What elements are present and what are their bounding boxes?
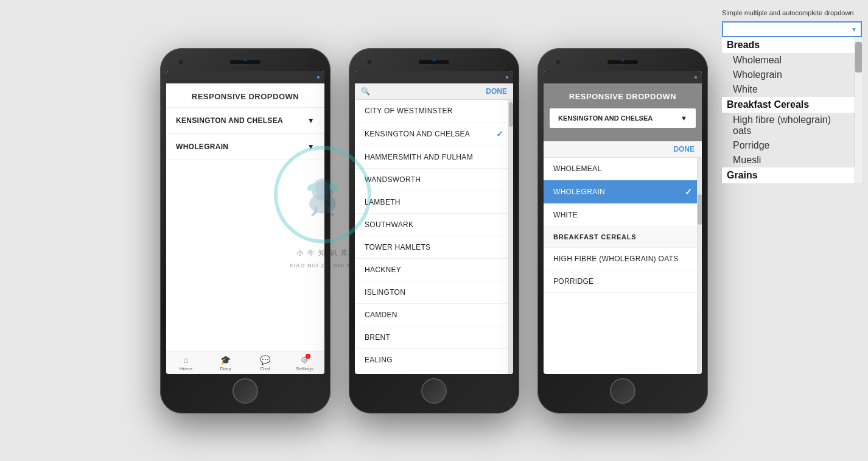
nav-home-label: Home [180, 366, 192, 371]
front-camera-1 [178, 60, 183, 65]
phone-top-bar-1 [166, 55, 324, 69]
screen3-dropdown1-arrow-icon: ▼ [681, 114, 687, 122]
dropdown1-arrow-icon: ▼ [307, 116, 315, 125]
select-option-muesli[interactable]: Muesli [722, 153, 855, 167]
list-item-label: TOWER HAMLETS [365, 243, 430, 252]
select-option-wholegrain[interactable]: Wholegrain [722, 68, 855, 82]
home-icon: ⌂ [183, 355, 188, 365]
list-item-hackney[interactable]: HACKNEY [355, 259, 513, 281]
select-listbox-content: Breads Wholemeal Wholegrain White Breakf… [722, 37, 855, 183]
list-item-camden[interactable]: CAMDEN [355, 304, 513, 326]
phone-bottom-3 [544, 374, 702, 407]
select-scroll-thumb[interactable] [855, 42, 862, 72]
list-item-porridge[interactable]: PORRIDGE [544, 270, 702, 293]
list-item-label: CAMDEN [365, 311, 397, 319]
search-icon: 🔍 [361, 87, 370, 96]
group-header-label: BREAKFAST CEREALS [553, 233, 636, 241]
list-item-label: HAMMERSMITH AND FULHAM [365, 153, 473, 161]
done-button-2[interactable]: DONE [486, 87, 507, 96]
phone-bottom-1 [166, 374, 324, 407]
diary-icon: 🎓 [220, 355, 231, 365]
checkmark-icon-wholegrain: ✓ [685, 187, 692, 197]
home-button-3[interactable] [610, 378, 635, 404]
home-button-2[interactable] [421, 378, 447, 404]
select-option-high-fibre[interactable]: High fibre (wholegrain) oats [722, 113, 855, 138]
list-item-label: ISLINGTON [365, 288, 405, 297]
list-item-wholemeal[interactable]: WHOLEMEAL [544, 158, 702, 180]
select-group-breads: Breads [722, 37, 855, 53]
list-item-label: HACKNEY [365, 266, 401, 274]
nav-settings-label: Settings [296, 366, 313, 371]
scrollbar-track-3[interactable] [697, 158, 702, 374]
phone-screen-3: RESPONSIVE DROPDOWN KENSINGTON AND CHELS… [544, 71, 702, 374]
chat-icon: 💬 [260, 355, 270, 365]
screen3-dropdown1-label: KENSINGTON AND CHELSEA [558, 114, 653, 122]
search-bar: 🔍 DONE [355, 83, 513, 100]
list-item-label: SOUTHWARK [365, 220, 413, 229]
bottom-nav-1: ⌂ Home 🎓 Diary 💬 Chat ⚙ 1 Settings [166, 351, 324, 374]
select-option-porridge[interactable]: Porridge [722, 138, 855, 153]
checkmark-icon: ✓ [496, 129, 503, 139]
screen3-title: RESPONSIVE DROPDOWN [550, 92, 696, 108]
home-button-1[interactable] [233, 378, 258, 404]
list-item-label: PORRIDGE [553, 277, 593, 286]
list-item-islington[interactable]: ISLINGTON [355, 281, 513, 304]
search-input[interactable] [374, 87, 482, 96]
list-item-label: WANDSWORTH [365, 175, 421, 184]
screen1-body [166, 160, 324, 351]
phone3-done-bar: DONE [544, 141, 702, 158]
phone-3: RESPONSIVE DROPDOWN KENSINGTON AND CHELS… [537, 48, 708, 413]
list-item-high-fibre[interactable]: HIGH FIBRE (WHOLEGRAIN) OATS [544, 248, 702, 270]
list-item-label: LAMBETH [365, 198, 401, 206]
nav-home[interactable]: ⌂ Home [166, 354, 206, 373]
nav-chat[interactable]: 💬 Chat [245, 354, 285, 373]
list-item-label: EALING [365, 356, 393, 364]
list-item-brent[interactable]: BRENT [355, 326, 513, 349]
nav-diary-label: Diary [220, 366, 231, 371]
list-item-kensington[interactable]: KENSINGTON AND CHELSEA ✓ [355, 122, 513, 146]
screen1-title: RESPONSIVE DROPDOWN [166, 83, 324, 108]
select-scrollbar[interactable] [855, 37, 862, 183]
scrollbar-thumb-3[interactable] [698, 194, 702, 225]
scrollbar-thumb-2[interactable] [509, 102, 513, 127]
screen3-dropdown1[interactable]: KENSINGTON AND CHELSEA ▼ [550, 108, 696, 128]
list-item-hounslow[interactable]: HOUNSLOW [355, 371, 513, 374]
right-panel: Simple multiple and autocomplete dropdow… [722, 9, 862, 183]
list-item-label: WHITE [553, 211, 578, 219]
list-item-wholegrain[interactable]: WHOLEGRAIN ✓ [544, 180, 702, 204]
nav-diary[interactable]: 🎓 Diary [206, 354, 245, 373]
list-item-white[interactable]: WHITE [544, 204, 702, 227]
select-option-white[interactable]: White [722, 82, 855, 97]
list-item-city-of-westminster[interactable]: CITY OF WESTMINSTER [355, 100, 513, 122]
nav-chat-label: Chat [260, 366, 270, 371]
status-bar-dot-2 [506, 76, 508, 79]
list-item-tower-hamlets[interactable]: TOWER HAMLETS [355, 236, 513, 259]
scrollbar-track-2[interactable] [508, 100, 513, 374]
done-button-3[interactable]: DONE [673, 145, 695, 153]
list-item-label: KENSINGTON AND CHELSEA [365, 130, 470, 138]
status-bar-1 [166, 71, 324, 83]
status-bar-3 [544, 71, 702, 83]
phone-top-bar-3 [544, 55, 702, 69]
phone-screen-2: 🔍 DONE CITY OF WESTMINSTER KENSINGTON AN… [355, 71, 513, 374]
select-option-wholemeal[interactable]: Wholemeal [722, 53, 855, 68]
list-item-southwark[interactable]: SOUTHWARK [355, 214, 513, 236]
list-item-wandsworth[interactable]: WANDSWORTH [355, 169, 513, 191]
dropdown-row-1[interactable]: KENSINGTON AND CHELSEA ▼ [166, 108, 324, 134]
list-item-ealing[interactable]: EALING [355, 349, 513, 371]
screen3-top: RESPONSIVE DROPDOWN KENSINGTON AND CHELS… [544, 83, 702, 141]
status-bar-dot [317, 76, 320, 79]
dropdown2-label: WHOLEGRAIN [176, 143, 228, 151]
front-camera-3 [556, 60, 561, 65]
status-dot-1 [243, 58, 247, 62]
list-item-label: WHOLEMEAL [553, 164, 601, 173]
list-item-label: BRENT [365, 333, 390, 342]
nav-settings[interactable]: ⚙ 1 Settings [285, 354, 324, 373]
select-group-breakfast-cereals: Breakfast Cereals [722, 97, 855, 113]
phone-top-bar-2 [355, 55, 513, 69]
phone-1: RESPONSIVE DROPDOWN KENSINGTON AND CHELS… [160, 48, 331, 413]
list-item-hammersmith[interactable]: HAMMERSMITH AND FULHAM [355, 146, 513, 169]
dropdown-row-2[interactable]: WHOLEGRAIN ▼ [166, 134, 324, 160]
select-dropdown-fake[interactable]: ▼ [722, 21, 862, 37]
list-item-lambeth[interactable]: LAMBETH [355, 191, 513, 214]
